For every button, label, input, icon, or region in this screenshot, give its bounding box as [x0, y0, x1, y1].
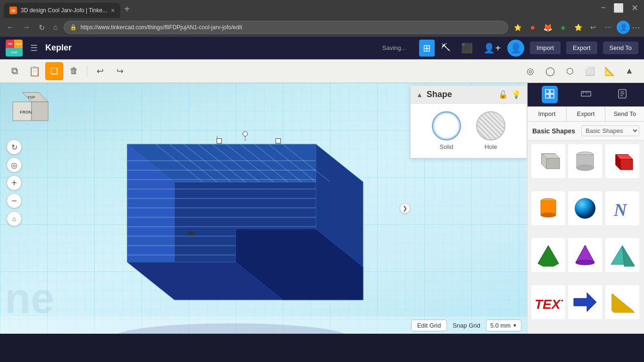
- shape-options: Solid Hole: [411, 104, 527, 158]
- user-profile-btn[interactable]: 👤: [507, 40, 524, 57]
- right-panel-top-icons: [528, 83, 644, 107]
- light-view-btn[interactable]: ◯: [541, 62, 559, 80]
- browser-tab-active[interactable]: 3D 3D design Cool Jarv-Jofo | Tinke... ×: [4, 3, 120, 18]
- ext-icon-6[interactable]: ↩: [586, 21, 600, 34]
- delete-btn[interactable]: 🗑: [65, 62, 83, 80]
- export-btn[interactable]: Export: [566, 41, 597, 54]
- undo-btn[interactable]: ↩: [91, 62, 109, 80]
- snap-grid-value: 5.0 mm: [490, 322, 511, 329]
- send-to-shape-btn[interactable]: Send To: [605, 107, 644, 121]
- add-user-btn[interactable]: 👤+: [479, 40, 504, 57]
- ext-icon-2[interactable]: ●: [526, 21, 539, 34]
- send-to-btn[interactable]: Send To: [603, 41, 638, 54]
- paste-btn[interactable]: 📋: [25, 62, 43, 80]
- header-right-icons: ⊞ ⛏ ⬛ 👤+ 👤: [419, 40, 524, 57]
- sim-btn[interactable]: ⬛: [457, 40, 477, 57]
- ext-icon-5[interactable]: ⭐: [571, 21, 585, 34]
- toolbar-separator-1: [87, 66, 87, 77]
- tab-close-btn[interactable]: ×: [111, 7, 115, 14]
- expand-panel-btn[interactable]: ❯: [400, 203, 410, 214]
- view-toolbar-icons: ◎ ◯ ⬡ ⬜ 📐 ▲: [521, 62, 638, 80]
- nav-refresh-btn[interactable]: ↻: [36, 21, 48, 34]
- shape-item-box-red[interactable]: [605, 144, 639, 178]
- align-view-btn[interactable]: ⬜: [581, 62, 599, 80]
- ext-icon-1[interactable]: ⭐: [511, 21, 524, 34]
- grid-view-btn[interactable]: ⊞: [419, 40, 435, 57]
- ext-icon-3[interactable]: 🦊: [541, 21, 554, 34]
- window-maximize[interactable]: ⬜: [613, 3, 624, 13]
- svg-rect-41: [545, 90, 549, 93]
- camera-view-btn[interactable]: ◎: [521, 62, 539, 80]
- shape-item-prism-teal[interactable]: [605, 238, 639, 272]
- shapes-grid: N: [528, 140, 644, 334]
- toolbar: ⧉ 📋 ❑ 🗑 ↩ ↪ ◎ ◯ ⬡ ⬜ 📐 ▲: [0, 59, 644, 83]
- hamburger-menu-btn[interactable]: ☰: [28, 41, 40, 55]
- shape-item-n-shape[interactable]: N: [605, 191, 639, 225]
- canvas-area[interactable]: FRONT TOP ↻ ◎ + − ⌂ ne ▲: [0, 83, 527, 334]
- panel-collapse-btn[interactable]: ▲: [416, 91, 423, 99]
- view-cube[interactable]: FRONT TOP: [6, 90, 53, 128]
- home-view-btn[interactable]: ⌂: [7, 211, 22, 226]
- shapes-category-dropdown[interactable]: Basic Shapes Text & Numbers Connectors: [581, 125, 639, 136]
- tinkercad-logo[interactable]: TIN KER CAD: [6, 40, 23, 57]
- nav-back-btn[interactable]: ←: [4, 21, 17, 33]
- measure-view-btn[interactable]: 📐: [601, 62, 619, 80]
- shape-hole-option[interactable]: Hole: [476, 111, 505, 150]
- lock-icon: 🔒: [70, 24, 77, 31]
- panel-lock-btn[interactable]: 🔓: [498, 90, 508, 99]
- nav-forward-btn[interactable]: →: [20, 21, 33, 33]
- svg-rect-35: [189, 231, 194, 235]
- ext-icon-4[interactable]: ◈: [556, 21, 570, 34]
- zoom-in-btn[interactable]: +: [7, 175, 22, 190]
- ext-icon-7[interactable]: ⋯: [602, 21, 615, 34]
- browser-menu-btn[interactable]: ⋯: [632, 22, 640, 33]
- window-close[interactable]: ✕: [631, 3, 638, 13]
- window-minimize[interactable]: −: [601, 3, 606, 13]
- shape-item-wedge-yellow[interactable]: [605, 285, 639, 319]
- left-controls: ↻ ◎ + − ⌂: [7, 140, 22, 226]
- address-bar[interactable]: 🔒 https://www.tinkercad.com/things/f8FDP…: [64, 21, 508, 34]
- rotate-btn[interactable]: ↻: [7, 140, 22, 155]
- export-shape-btn[interactable]: Export: [567, 107, 606, 121]
- import-btn[interactable]: Import: [530, 41, 561, 54]
- browser-chrome: − ⬜ ✕ 3D 3D design Cool Jarv-Jofo | Tink…: [0, 0, 644, 37]
- redo-btn[interactable]: ↪: [111, 62, 129, 80]
- rp-ruler-btn[interactable]: [578, 86, 594, 103]
- svg-text:TOP: TOP: [27, 95, 35, 99]
- hole-circle: [476, 111, 505, 140]
- svg-text:N: N: [613, 200, 627, 220]
- rp-grid-btn[interactable]: [542, 86, 558, 103]
- status-bar: Edit Grid Snap Grid 5.0 mm ▼: [0, 317, 527, 334]
- build-btn[interactable]: ⛏: [438, 40, 454, 56]
- import-shape-btn[interactable]: Import: [528, 107, 567, 121]
- mirror-view-btn[interactable]: ▲: [620, 62, 638, 80]
- shape-item-cone-purple[interactable]: [568, 238, 602, 272]
- shape-item-pyramid-green[interactable]: [531, 238, 565, 272]
- svg-rect-30: [217, 139, 222, 143]
- right-panel: Import Export Send To Basic Shapes Basic…: [527, 83, 644, 334]
- edit-grid-btn[interactable]: Edit Grid: [411, 320, 447, 331]
- panel-light-btn[interactable]: 💡: [512, 90, 521, 99]
- shapes-library-header: Basic Shapes Basic Shapes Text & Numbers…: [528, 122, 644, 140]
- shape-view-btn[interactable]: ⬡: [561, 62, 579, 80]
- copy-btn[interactable]: ⧉: [6, 62, 24, 80]
- shape-solid-option[interactable]: Solid: [432, 111, 461, 150]
- snap-grid-value-container[interactable]: 5.0 mm ▼: [486, 320, 521, 331]
- shape-item-sphere-blue[interactable]: [568, 191, 602, 225]
- main-content: FRONT TOP ↻ ◎ + − ⌂ ne ▲: [0, 83, 644, 334]
- nav-home-btn[interactable]: ⌂: [50, 21, 61, 33]
- reset-view-btn[interactable]: ◎: [7, 157, 22, 173]
- duplicate-btn[interactable]: ❑: [45, 62, 63, 80]
- zoom-out-btn[interactable]: −: [7, 193, 22, 208]
- shape-item-cylinder-orange[interactable]: [531, 191, 565, 225]
- user-avatar[interactable]: 👤: [617, 21, 630, 34]
- shape-item-box-grey[interactable]: [531, 144, 565, 178]
- rp-notes-btn[interactable]: [614, 86, 630, 103]
- shape-item-text-red[interactable]: TEXT: [531, 285, 565, 319]
- shape-item-cylinder-grey[interactable]: [568, 144, 602, 178]
- shapes-category-label: Basic Shapes: [532, 127, 581, 135]
- new-tab-btn[interactable]: +: [120, 4, 133, 15]
- logo-cad: CAD: [6, 48, 23, 57]
- app-header: TIN KER CAD ☰ Kepler Saving... ⊞ ⛏ ⬛ 👤+ …: [0, 37, 644, 59]
- shape-item-arrow-blue[interactable]: [568, 285, 602, 319]
